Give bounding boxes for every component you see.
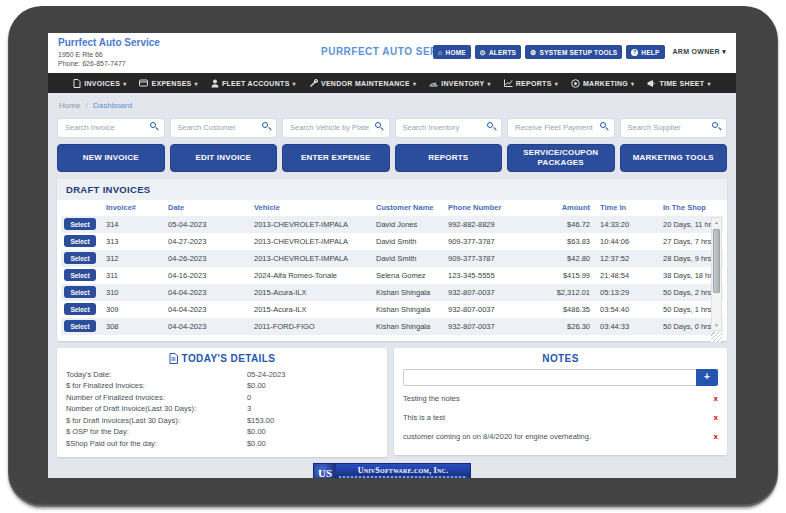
search-vehicle-input[interactable] — [282, 118, 390, 138]
enter-expense-button[interactable]: ENTER EXPENSE — [282, 144, 390, 172]
chart-icon — [504, 79, 513, 87]
shop-phone: Phone: 626-857-7477 — [58, 59, 160, 68]
note-item: customer coming on on 8/4/2020 for engin… — [403, 428, 718, 447]
add-note-button[interactable]: + — [696, 369, 718, 386]
cell-phone: 992-882-8829 — [445, 220, 533, 229]
search-inventory-input[interactable] — [395, 118, 503, 138]
reports-button[interactable]: REPORTS — [395, 144, 503, 172]
detail-label: Today's Date: — [66, 369, 247, 381]
cell-customer: David Smith — [373, 254, 445, 263]
detail-value: $153.00 — [247, 415, 378, 427]
breadcrumb-dashboard[interactable]: Dashboard — [93, 101, 132, 110]
wrench-icon — [309, 79, 318, 88]
table-header-row: Invoice# Date Vehicle Customer Name Phon… — [61, 200, 723, 216]
edit-invoice-button[interactable]: EDIT INVOICE — [170, 144, 278, 172]
nav-item-fleet-accounts[interactable]: FLEET ACCOUNTS▾ — [211, 79, 296, 88]
cell-date: 04-16-2023 — [165, 271, 251, 280]
document-icon — [169, 353, 178, 364]
cell-invoice: 312 — [103, 254, 165, 263]
alerts-button[interactable]: ⊙ ALERTS — [475, 45, 521, 59]
home-button[interactable]: ⌂ HOME — [433, 45, 471, 59]
scrollbar-thumb[interactable] — [713, 229, 720, 294]
help-button[interactable]: ? HELP — [626, 45, 664, 59]
detail-row: $Shop Paid out for the day: $0.00 — [66, 438, 378, 450]
cell-invoice: 314 — [103, 220, 165, 229]
select-button[interactable]: Select — [64, 252, 96, 264]
cell-date: 04-27-2023 — [165, 237, 251, 246]
search-icon[interactable] — [150, 122, 156, 128]
invoice-icon — [73, 79, 81, 88]
detail-value: $0.00 — [247, 426, 378, 438]
page: Purrfect Auto Service 1950 E Rte 66 Phon… — [0, 0, 786, 513]
search-icon[interactable] — [487, 122, 493, 128]
scroll-down-icon[interactable]: ▾ — [712, 321, 721, 330]
marketing-tools-button[interactable]: MARKETING TOOLS — [620, 144, 728, 172]
cell-customer: Kishan Shingala — [373, 288, 445, 297]
cell-amount: $26.30 — [533, 322, 593, 331]
new-invoice-button[interactable]: NEW INVOICE — [57, 144, 165, 172]
detail-value: $0.00 — [247, 438, 378, 450]
cell-amount: $2,312.01 — [533, 288, 593, 297]
column-header: In The Shop — [649, 203, 733, 212]
todays-details-title-text: TODAY'S DETAILS — [182, 353, 276, 364]
cell-vehicle: 2015-Acura-ILX — [251, 288, 373, 297]
select-button[interactable]: Select — [64, 218, 96, 230]
univsoftware-logo[interactable]: US UnivSoftware.com, Inc. — [313, 463, 471, 478]
draft-invoices-title: DRAFT INVOICES — [57, 179, 727, 200]
service-coupon-packages-button[interactable]: SERVICE/COUPON PACKAGES — [507, 144, 615, 172]
nav-item-reports[interactable]: REPORTS▾ — [504, 79, 558, 87]
note-input[interactable] — [403, 369, 696, 386]
select-button[interactable]: Select — [64, 320, 96, 332]
nav-label: INVOICES — [84, 80, 120, 87]
scroll-up-icon[interactable]: ▴ — [712, 218, 721, 227]
cell-date: 04-26-2023 — [165, 254, 251, 263]
select-button[interactable]: Select — [64, 269, 96, 281]
header-actions: ⌂ HOME ⊙ ALERTS ⚙ SYSTEM SETUP TOOLS ? H… — [433, 45, 726, 59]
select-button[interactable]: Select — [64, 303, 96, 315]
detail-row: $ for Finalized Invoices: $0.00 — [66, 380, 378, 392]
chevron-down-icon: ▾ — [413, 80, 416, 87]
nav-item-inventory[interactable]: INVENTORY▾ — [429, 79, 490, 87]
search-supplier-input[interactable] — [620, 118, 728, 138]
delete-note-icon[interactable]: x — [708, 432, 718, 442]
detail-value: $0.00 — [247, 380, 378, 392]
app-screen: Purrfect Auto Service 1950 E Rte 66 Phon… — [48, 33, 736, 478]
delete-note-icon[interactable]: x — [708, 413, 718, 423]
delete-note-icon[interactable]: x — [708, 394, 718, 404]
select-button[interactable]: Select — [64, 235, 96, 247]
nav-item-expenses[interactable]: EXPENSES▾ — [139, 79, 197, 87]
megaphone-icon — [647, 79, 656, 88]
nav-label: MARKETING — [583, 80, 628, 87]
nav-item-invoices[interactable]: INVOICES▾ — [73, 79, 126, 88]
cell-customer: David Smith — [373, 237, 445, 246]
action-buttons: NEW INVOICE EDIT INVOICE ENTER EXPENSE R… — [57, 144, 727, 172]
todays-details-card: TODAY'S DETAILS Today's Date: 05-24-2023… — [57, 348, 387, 458]
system-setup-tools-button[interactable]: ⚙ SYSTEM SETUP TOOLS — [525, 45, 622, 59]
cell-time-in: 05:13:29 — [593, 288, 649, 297]
search-icon[interactable] — [712, 122, 718, 128]
nav-item-marketing[interactable]: MARKETING▾ — [571, 79, 634, 88]
detail-label: Number of Finalized Invoices: — [66, 392, 247, 404]
table-row: Select 311 04-16-2023 2024-Alfa Romeo-To… — [61, 267, 723, 284]
search-customer-input[interactable] — [170, 118, 278, 138]
detail-row: Number of Finalized Invoices: 0 — [66, 392, 378, 404]
cell-time-in: 10:44:06 — [593, 237, 649, 246]
select-button[interactable]: Select — [64, 286, 96, 298]
chevron-down-icon: ▾ — [631, 80, 634, 87]
detail-label: $Shop Paid out for the day: — [66, 438, 247, 450]
resize-grip[interactable] — [711, 332, 722, 342]
search-icon[interactable] — [375, 122, 381, 128]
search-icon[interactable] — [600, 122, 606, 128]
nav-item-time-sheet[interactable]: TIME SHEET▾ — [647, 79, 710, 88]
cell-date: 04-04-2023 — [165, 288, 251, 297]
search-icon[interactable] — [262, 122, 268, 128]
table-scrollbar[interactable]: ▴ ▾ — [711, 217, 722, 331]
user-menu[interactable]: ARM OWNER ▾ — [673, 48, 727, 56]
detail-value: 0 — [247, 392, 378, 404]
nav-item-vendor-maintenance[interactable]: VENDOR MAINTENANCE▾ — [309, 79, 416, 88]
notes-card: NOTES + Testing the notes x This is a te… — [394, 348, 727, 455]
search-invoice-input[interactable] — [57, 118, 165, 138]
receive-fleet-payment-input[interactable] — [507, 118, 615, 138]
breadcrumb-home[interactable]: Home — [59, 101, 80, 110]
breadcrumb: Home / Dashboard — [59, 101, 727, 110]
